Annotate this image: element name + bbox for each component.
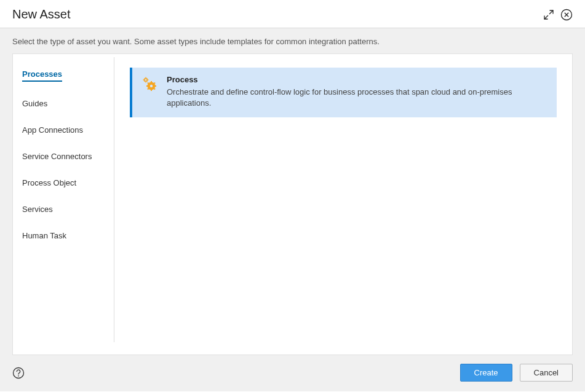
cancel-button[interactable]: Cancel	[520, 364, 573, 382]
help-icon[interactable]	[12, 367, 25, 379]
sidebar: Processes Guides App Connections Service…	[13, 57, 114, 342]
sidebar-item-guides[interactable]: Guides	[22, 99, 114, 108]
svg-rect-3	[151, 81, 152, 83]
sidebar-item-service-connectors[interactable]: Service Connectors	[22, 152, 114, 161]
gear-icon	[142, 76, 158, 93]
close-icon[interactable]	[560, 9, 573, 21]
svg-rect-4	[151, 89, 152, 91]
asset-card-process[interactable]: Process Orchestrate and define control-f…	[130, 68, 557, 117]
sidebar-item-label: Processes	[22, 69, 62, 82]
sidebar-item-processes[interactable]: Processes	[22, 69, 114, 82]
header-icons	[543, 9, 573, 21]
sidebar-item-label: Service Connectors	[22, 152, 92, 161]
main-panel: Processes Guides App Connections Service…	[12, 53, 573, 355]
svg-point-17	[14, 367, 24, 378]
sidebar-item-app-connections[interactable]: App Connections	[22, 125, 114, 135]
dialog-body: Select the type of asset you want. Some …	[0, 28, 585, 391]
asset-text: Process Orchestrate and define control-f…	[167, 75, 547, 109]
dialog-title: New Asset	[12, 7, 70, 22]
sidebar-item-label: App Connections	[22, 125, 83, 135]
svg-rect-13	[145, 77, 146, 79]
sidebar-item-label: Human Task	[22, 231, 66, 240]
svg-point-2	[150, 85, 153, 87]
sidebar-item-services[interactable]: Services	[22, 205, 114, 214]
create-button[interactable]: Create	[460, 364, 512, 382]
instruction-text: Select the type of asset you want. Some …	[0, 28, 585, 53]
svg-rect-16	[148, 79, 149, 80]
svg-rect-5	[146, 85, 148, 87]
svg-rect-14	[145, 82, 146, 83]
svg-rect-15	[143, 79, 145, 80]
svg-point-12	[145, 79, 146, 80]
footer-buttons: Create Cancel	[460, 364, 573, 382]
sidebar-item-label: Process Object	[22, 178, 76, 187]
asset-description: Orchestrate and define control-flow logi…	[167, 87, 547, 109]
sidebar-item-process-object[interactable]: Process Object	[22, 178, 114, 187]
dialog-header: New Asset	[0, 0, 585, 28]
sidebar-item-label: Guides	[22, 99, 47, 108]
sidebar-item-label: Services	[22, 205, 53, 214]
expand-icon[interactable]	[543, 9, 554, 20]
svg-point-18	[18, 375, 19, 376]
dialog-footer: Create Cancel	[0, 364, 585, 391]
svg-rect-6	[154, 85, 156, 87]
asset-title: Process	[167, 75, 547, 84]
content-area: Process Orchestrate and define control-f…	[114, 54, 572, 355]
sidebar-item-human-task[interactable]: Human Task	[22, 231, 114, 240]
